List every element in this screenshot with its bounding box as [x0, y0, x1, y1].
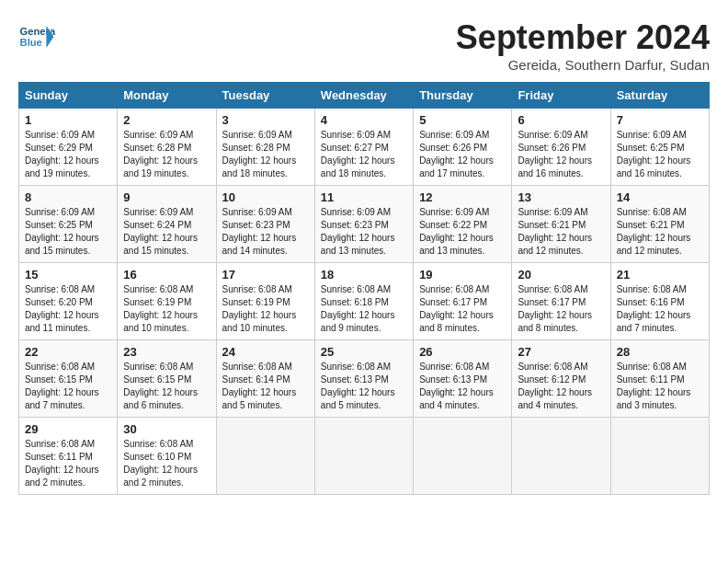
location: Gereida, Southern Darfur, Sudan: [456, 57, 710, 73]
day-info: Sunrise: 6:09 AMSunset: 6:24 PMDaylight:…: [123, 206, 210, 258]
day-number: 4: [321, 113, 407, 127]
calendar-week-row: 8Sunrise: 6:09 AMSunset: 6:25 PMDaylight…: [19, 186, 710, 263]
day-info: Sunrise: 6:08 AMSunset: 6:13 PMDaylight:…: [419, 361, 506, 412]
day-number: 9: [123, 190, 210, 204]
calendar-cell: [512, 418, 610, 495]
weekday-header: Monday: [118, 83, 216, 109]
day-number: 21: [617, 268, 703, 282]
day-info: Sunrise: 6:08 AMSunset: 6:17 PMDaylight:…: [518, 283, 604, 335]
day-number: 26: [419, 345, 506, 359]
day-info: Sunrise: 6:09 AMSunset: 6:23 PMDaylight:…: [222, 206, 309, 258]
calendar-table: SundayMondayTuesdayWednesdayThursdayFrid…: [18, 82, 710, 495]
calendar-cell: 20Sunrise: 6:08 AMSunset: 6:17 PMDayligh…: [512, 263, 610, 340]
day-info: Sunrise: 6:08 AMSunset: 6:20 PMDaylight:…: [25, 283, 111, 335]
day-number: 13: [518, 190, 604, 204]
day-number: 25: [321, 345, 407, 359]
svg-text:Blue: Blue: [20, 37, 42, 48]
day-info: Sunrise: 6:08 AMSunset: 6:19 PMDaylight:…: [222, 283, 309, 335]
calendar-week-row: 22Sunrise: 6:08 AMSunset: 6:15 PMDayligh…: [19, 340, 710, 418]
day-info: Sunrise: 6:08 AMSunset: 6:19 PMDaylight:…: [123, 283, 210, 335]
calendar-cell: 4Sunrise: 6:09 AMSunset: 6:27 PMDaylight…: [314, 109, 413, 186]
day-number: 28: [617, 345, 703, 359]
month-title: September 2024: [456, 18, 710, 57]
weekday-header: Tuesday: [216, 83, 314, 109]
day-number: 24: [222, 345, 309, 359]
logo: General Blue: [18, 18, 59, 55]
day-info: Sunrise: 6:08 AMSunset: 6:10 PMDaylight:…: [123, 438, 210, 489]
calendar-week-row: 15Sunrise: 6:08 AMSunset: 6:20 PMDayligh…: [19, 263, 710, 340]
day-info: Sunrise: 6:09 AMSunset: 6:22 PMDaylight:…: [419, 206, 506, 258]
calendar-cell: [610, 418, 709, 495]
day-info: Sunrise: 6:08 AMSunset: 6:15 PMDaylight:…: [25, 361, 111, 412]
calendar-cell: 13Sunrise: 6:09 AMSunset: 6:21 PMDayligh…: [512, 186, 610, 263]
weekday-header-row: SundayMondayTuesdayWednesdayThursdayFrid…: [19, 83, 710, 109]
day-number: 30: [123, 422, 210, 436]
calendar-week-row: 29Sunrise: 6:08 AMSunset: 6:11 PMDayligh…: [19, 418, 710, 495]
calendar-cell: 5Sunrise: 6:09 AMSunset: 6:26 PMDaylight…: [414, 109, 512, 186]
day-number: 20: [518, 268, 604, 282]
calendar-cell: 18Sunrise: 6:08 AMSunset: 6:18 PMDayligh…: [314, 263, 413, 340]
day-info: Sunrise: 6:08 AMSunset: 6:11 PMDaylight:…: [25, 438, 111, 489]
day-number: 2: [123, 113, 210, 127]
day-number: 10: [222, 190, 309, 204]
day-info: Sunrise: 6:08 AMSunset: 6:11 PMDaylight:…: [617, 361, 703, 412]
calendar-cell: 16Sunrise: 6:08 AMSunset: 6:19 PMDayligh…: [118, 263, 216, 340]
day-number: 6: [518, 113, 604, 127]
day-info: Sunrise: 6:09 AMSunset: 6:27 PMDaylight:…: [321, 129, 407, 180]
calendar-week-row: 1Sunrise: 6:09 AMSunset: 6:29 PMDaylight…: [19, 109, 710, 186]
day-info: Sunrise: 6:09 AMSunset: 6:23 PMDaylight:…: [321, 206, 407, 258]
calendar-cell: 21Sunrise: 6:08 AMSunset: 6:16 PMDayligh…: [610, 263, 709, 340]
day-info: Sunrise: 6:09 AMSunset: 6:25 PMDaylight:…: [617, 129, 703, 180]
day-info: Sunrise: 6:08 AMSunset: 6:18 PMDaylight:…: [321, 283, 407, 335]
day-info: Sunrise: 6:08 AMSunset: 6:14 PMDaylight:…: [222, 361, 309, 412]
calendar-cell: 2Sunrise: 6:09 AMSunset: 6:28 PMDaylight…: [118, 109, 216, 186]
calendar-cell: 26Sunrise: 6:08 AMSunset: 6:13 PMDayligh…: [414, 340, 512, 418]
day-info: Sunrise: 6:09 AMSunset: 6:28 PMDaylight:…: [123, 129, 210, 180]
weekday-header: Wednesday: [314, 83, 413, 109]
day-info: Sunrise: 6:08 AMSunset: 6:16 PMDaylight:…: [617, 283, 703, 335]
day-info: Sunrise: 6:08 AMSunset: 6:21 PMDaylight:…: [617, 206, 703, 258]
calendar-cell: 23Sunrise: 6:08 AMSunset: 6:15 PMDayligh…: [118, 340, 216, 418]
day-info: Sunrise: 6:09 AMSunset: 6:29 PMDaylight:…: [25, 129, 111, 180]
calendar-cell: 9Sunrise: 6:09 AMSunset: 6:24 PMDaylight…: [118, 186, 216, 263]
calendar-cell: [216, 418, 314, 495]
day-number: 27: [518, 345, 604, 359]
calendar-cell: 14Sunrise: 6:08 AMSunset: 6:21 PMDayligh…: [610, 186, 709, 263]
day-number: 1: [25, 113, 111, 127]
calendar-cell: [314, 418, 413, 495]
day-info: Sunrise: 6:09 AMSunset: 6:21 PMDaylight:…: [518, 206, 604, 258]
day-number: 16: [123, 268, 210, 282]
calendar-cell: 8Sunrise: 6:09 AMSunset: 6:25 PMDaylight…: [19, 186, 118, 263]
day-number: 8: [25, 190, 111, 204]
title-block: September 2024 Gereida, Southern Darfur,…: [456, 18, 710, 73]
calendar-cell: [414, 418, 512, 495]
calendar-cell: 10Sunrise: 6:09 AMSunset: 6:23 PMDayligh…: [216, 186, 314, 263]
day-info: Sunrise: 6:08 AMSunset: 6:15 PMDaylight:…: [123, 361, 210, 412]
day-info: Sunrise: 6:09 AMSunset: 6:28 PMDaylight:…: [222, 129, 309, 180]
calendar-cell: 17Sunrise: 6:08 AMSunset: 6:19 PMDayligh…: [216, 263, 314, 340]
weekday-header: Saturday: [610, 83, 709, 109]
day-info: Sunrise: 6:08 AMSunset: 6:13 PMDaylight:…: [321, 361, 407, 412]
calendar-cell: 15Sunrise: 6:08 AMSunset: 6:20 PMDayligh…: [19, 263, 118, 340]
calendar-cell: 11Sunrise: 6:09 AMSunset: 6:23 PMDayligh…: [314, 186, 413, 263]
day-info: Sunrise: 6:08 AMSunset: 6:12 PMDaylight:…: [518, 361, 604, 412]
calendar-cell: 24Sunrise: 6:08 AMSunset: 6:14 PMDayligh…: [216, 340, 314, 418]
day-number: 18: [321, 268, 407, 282]
weekday-header: Sunday: [19, 83, 118, 109]
day-number: 17: [222, 268, 309, 282]
calendar-cell: 22Sunrise: 6:08 AMSunset: 6:15 PMDayligh…: [19, 340, 118, 418]
calendar-cell: 25Sunrise: 6:08 AMSunset: 6:13 PMDayligh…: [314, 340, 413, 418]
day-info: Sunrise: 6:09 AMSunset: 6:26 PMDaylight:…: [518, 129, 604, 180]
calendar-cell: 28Sunrise: 6:08 AMSunset: 6:11 PMDayligh…: [610, 340, 709, 418]
day-number: 12: [419, 190, 506, 204]
calendar-cell: 30Sunrise: 6:08 AMSunset: 6:10 PMDayligh…: [118, 418, 216, 495]
calendar-cell: 29Sunrise: 6:08 AMSunset: 6:11 PMDayligh…: [19, 418, 118, 495]
calendar-cell: 7Sunrise: 6:09 AMSunset: 6:25 PMDaylight…: [610, 109, 709, 186]
day-number: 19: [419, 268, 506, 282]
day-info: Sunrise: 6:09 AMSunset: 6:25 PMDaylight:…: [25, 206, 111, 258]
calendar-cell: 3Sunrise: 6:09 AMSunset: 6:28 PMDaylight…: [216, 109, 314, 186]
day-number: 22: [25, 345, 111, 359]
day-number: 3: [222, 113, 309, 127]
calendar-cell: 12Sunrise: 6:09 AMSunset: 6:22 PMDayligh…: [414, 186, 512, 263]
day-info: Sunrise: 6:08 AMSunset: 6:17 PMDaylight:…: [419, 283, 506, 335]
